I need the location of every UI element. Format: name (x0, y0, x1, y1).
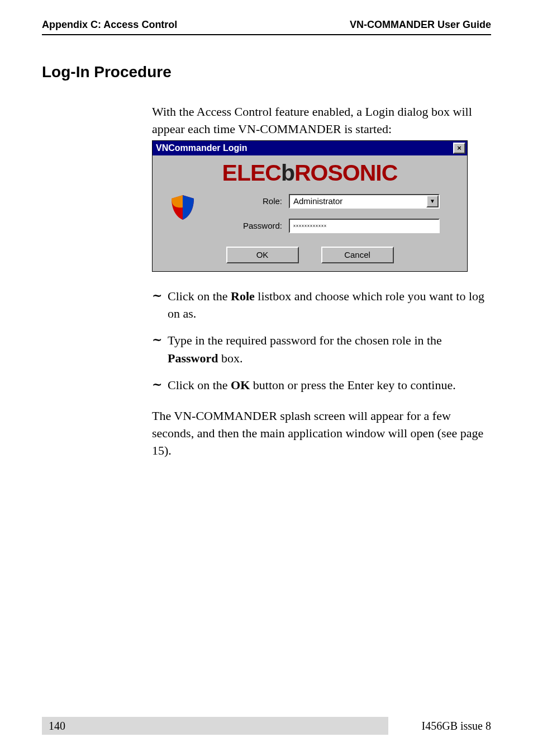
outro-paragraph: The VN-COMMANDER splash screen will appe… (152, 408, 488, 459)
steps-list: ~ Click on the Role listbox and choose w… (152, 287, 488, 394)
chevron-down-icon[interactable]: ▼ (426, 195, 439, 207)
list-item: ~ Click on the Role listbox and choose w… (152, 287, 488, 323)
role-label: Role: (205, 196, 289, 206)
step-text: Type in the required password for the ch… (168, 332, 488, 367)
dialog-title: VNCommander Login (156, 143, 248, 153)
ok-button[interactable]: OK (226, 247, 299, 263)
list-item: ~ Type in the required password for the … (152, 332, 488, 367)
list-item: ~ Click on the OK button or press the En… (152, 376, 488, 394)
logo: ELECbROSONIC (222, 160, 398, 186)
dialog-titlebar: VNCommander Login × (153, 141, 467, 155)
bullet-icon: ~ (152, 287, 168, 323)
security-shield-icon (169, 194, 196, 221)
bullet-icon: ~ (152, 332, 168, 367)
page-number: 140 (49, 720, 65, 733)
role-value: Administrator (293, 196, 342, 206)
step-text: Click on the OK button or press the Ente… (168, 376, 488, 394)
logo-row: ELECbROSONIC (160, 160, 459, 186)
cancel-button[interactable]: Cancel (321, 247, 394, 263)
bullet-icon: ~ (152, 376, 168, 394)
doc-id: I456GB issue 8 (388, 717, 491, 735)
password-input[interactable]: хххххххххххх (289, 219, 440, 233)
header-right: VN-COMMANDER User Guide (350, 19, 491, 31)
header-left: Appendix C: Access Control (42, 19, 177, 31)
button-row: OK Cancel (160, 247, 459, 263)
page-header: Appendix C: Access Control VN-COMMANDER … (0, 0, 533, 34)
header-divider (42, 34, 491, 35)
step-text: Click on the Role listbox and choose whi… (168, 287, 488, 323)
intro-paragraph: With the Access Control feature enabled,… (152, 103, 488, 138)
close-button[interactable]: × (453, 143, 465, 154)
role-select[interactable]: Administrator ▼ (289, 194, 440, 209)
password-value: хххххххххххх (293, 223, 327, 228)
page-footer: 140 I456GB issue 8 (0, 717, 533, 735)
password-label: Password: (205, 221, 289, 230)
section-heading: Log-In Procedure (42, 63, 533, 81)
dialog-body: ELECbROSONIC Role: Administrator ▼ Passw… (153, 155, 467, 271)
form-area: Role: Administrator ▼ Password: хххххххх… (160, 194, 459, 233)
login-dialog: VNCommander Login × ELECbROSONIC Role: A… (152, 140, 468, 272)
